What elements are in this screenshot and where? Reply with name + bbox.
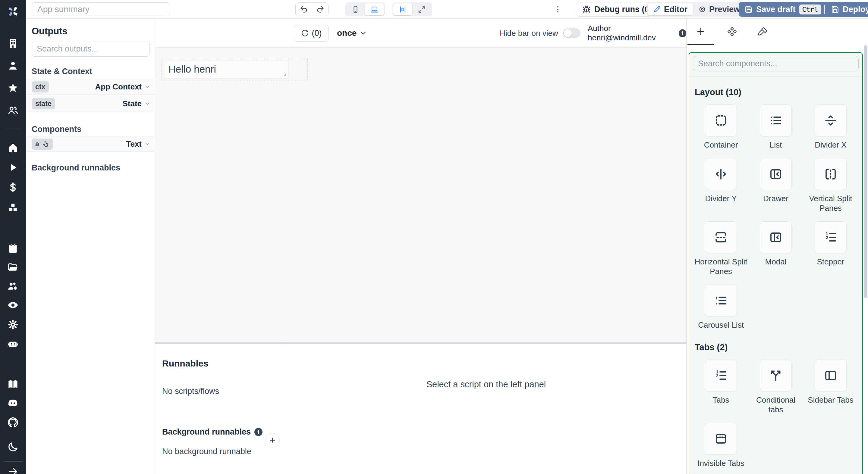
component-card-sidebar-tabs[interactable]: Sidebar Tabs [803, 360, 858, 414]
output-row-a[interactable]: a Text [26, 136, 155, 152]
more-menu-button[interactable] [552, 4, 564, 15]
eye-icon[interactable] [0, 298, 26, 312]
text-row-label: Text [126, 139, 142, 149]
editor-tab[interactable]: Editor [648, 3, 693, 15]
sidebar-tabs-icon [815, 360, 846, 392]
author-info: Author henri@windmill.dev i [588, 19, 686, 47]
component-tab-icon [727, 27, 737, 37]
modal-icon [760, 221, 792, 253]
calendar-icon[interactable] [0, 242, 26, 255]
home-icon[interactable] [0, 141, 26, 155]
component-card-divider-x[interactable]: Divider X [803, 104, 858, 150]
arrow-right-icon[interactable] [0, 465, 26, 474]
output-row-state[interactable]: state State [26, 96, 155, 111]
cubes-icon[interactable] [0, 201, 26, 214]
components-panel-tabs [687, 19, 868, 45]
invisible-tabs-icon [705, 423, 737, 455]
chevron-down-icon [144, 100, 151, 107]
app-summary-input[interactable] [32, 2, 170, 16]
background-runnables-title: Background runnables [32, 163, 120, 173]
divider-x-icon [815, 104, 846, 136]
user-icon[interactable] [0, 59, 26, 72]
conditional-tabs-icon [760, 360, 792, 392]
component-card-invisible-tabs[interactable]: Invisible Tabs [693, 423, 748, 468]
play-icon[interactable] [0, 161, 26, 174]
settings-components-tab[interactable] [720, 19, 744, 44]
users-icon[interactable] [0, 104, 26, 117]
svg-text:2: 2 [716, 373, 718, 378]
save-icon [831, 5, 839, 13]
scrollbar-thumb[interactable] [864, 45, 867, 298]
component-card-horizontal-split[interactable]: Horizontal Split Panes [693, 221, 748, 276]
component-card-tabs[interactable]: 12 Tabs [693, 360, 748, 414]
component-card-label: Modal [765, 257, 786, 267]
debug-runs-button[interactable]: Debug runs (0) [576, 2, 658, 16]
redo-icon [316, 5, 324, 13]
save-draft-button[interactable]: Save draft CtrlS [739, 2, 840, 17]
resize-handle-icon[interactable] [282, 72, 287, 77]
kebab-menu-icon [554, 5, 562, 13]
preview-tab[interactable]: Preview [693, 3, 745, 15]
app-canvas[interactable]: Hello henri [155, 47, 686, 342]
text-component[interactable]: Hello henri [164, 61, 289, 78]
component-card-modal[interactable]: Modal [748, 221, 803, 276]
component-card-stepper[interactable]: 12 Stepper [803, 221, 858, 276]
main-sidebar [0, 0, 26, 474]
refresh-mode-dropdown[interactable]: once [337, 19, 367, 47]
component-card-label: Invisible Tabs [698, 458, 744, 468]
discord-icon[interactable] [0, 397, 26, 410]
book-icon[interactable] [0, 378, 26, 391]
fullscreen-button[interactable] [412, 3, 431, 15]
windmill-logo[interactable] [0, 5, 26, 18]
empty-background-text: No background runnable [162, 447, 278, 456]
theme-tab[interactable] [751, 19, 775, 44]
gear-icon[interactable] [0, 318, 26, 331]
star-icon[interactable] [0, 81, 26, 95]
dollar-icon[interactable] [0, 181, 26, 194]
moon-icon[interactable] [0, 440, 26, 453]
mobile-view-button[interactable] [346, 3, 365, 15]
desktop-view-button[interactable] [365, 3, 384, 15]
info-icon[interactable]: i [254, 428, 262, 436]
author-label: Author henri@windmill.dev [588, 24, 675, 42]
component-card-drawer[interactable]: Drawer [748, 158, 803, 213]
search-outputs-input[interactable] [32, 41, 150, 57]
redo-button[interactable] [312, 3, 328, 16]
undo-button[interactable] [296, 3, 312, 16]
drawer-icon [760, 158, 792, 190]
plus-icon [269, 437, 276, 444]
state-row-label: State [122, 99, 142, 108]
editor-label: Editor [664, 5, 687, 14]
insert-component-tab[interactable] [689, 19, 713, 44]
component-card-label: Sidebar Tabs [808, 395, 853, 405]
refresh-button[interactable]: (0) [294, 25, 329, 41]
component-card-container[interactable]: Container [693, 104, 748, 150]
a-badge: a [35, 140, 39, 148]
component-card-vertical-split[interactable]: Vertical Split Panes [803, 158, 858, 213]
state-badge: state [32, 98, 55, 109]
hide-bar-toggle[interactable] [563, 28, 581, 38]
background-runnables-heading: Background runnables [162, 427, 251, 437]
ctx-badge: ctx [32, 81, 49, 93]
component-card-conditional-tabs[interactable]: Conditional tabs [748, 360, 803, 414]
users-gear-icon[interactable] [0, 280, 26, 293]
info-icon[interactable]: i [679, 29, 686, 37]
component-card-label: Conditional tabs [749, 395, 802, 414]
kbd-ctrl: Ctrl [799, 4, 821, 14]
search-components-input[interactable] [693, 56, 859, 71]
carousel-list-icon [705, 284, 737, 316]
component-card-list[interactable]: List [748, 104, 803, 150]
component-card-carousel-list[interactable]: Carousel List [693, 284, 748, 330]
component-card-divider-y[interactable]: Divider Y [693, 158, 748, 213]
paintbrush-icon [758, 27, 768, 37]
chevron-down-icon [144, 83, 151, 90]
robot-icon[interactable] [0, 338, 26, 351]
github-icon[interactable] [0, 416, 26, 429]
deploy-button[interactable]: Deploy [825, 2, 868, 17]
bug-icon [582, 5, 591, 13]
center-align-button[interactable] [393, 3, 412, 15]
add-background-runnable-button[interactable] [265, 433, 280, 447]
building-icon[interactable] [0, 37, 26, 50]
folder-open-icon[interactable] [0, 261, 26, 274]
output-row-ctx[interactable]: ctx App Context [26, 79, 155, 95]
